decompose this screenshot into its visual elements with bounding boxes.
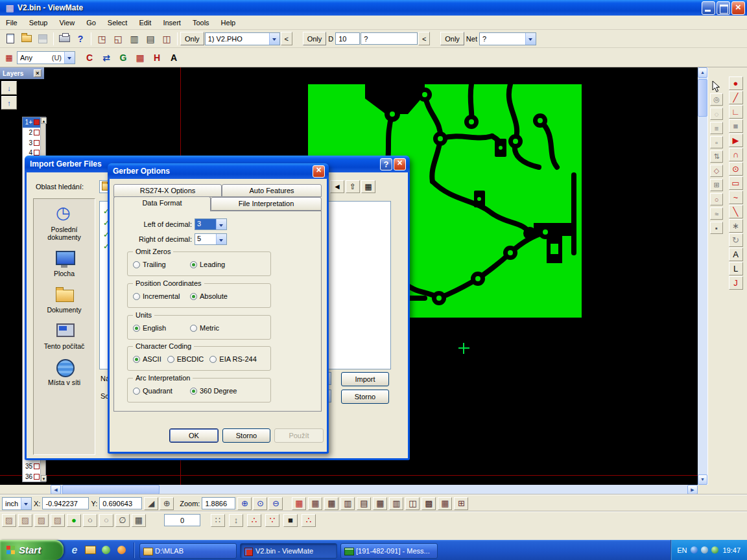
circle-thin-icon[interactable]: ○ bbox=[99, 514, 113, 527]
ie-icon[interactable] bbox=[69, 544, 80, 556]
radio-option[interactable]: Leading bbox=[190, 261, 225, 268]
zoom-out-icon[interactable]: ⊖ bbox=[268, 497, 283, 510]
close-button[interactable] bbox=[313, 165, 325, 178]
tab-auto-features[interactable]: Auto Features bbox=[222, 184, 322, 197]
circle-pad-tool-icon[interactable]: ⊙ bbox=[729, 162, 743, 176]
scroll-up-icon[interactable]: ▲ bbox=[698, 67, 707, 78]
line-tool-icon[interactable]: ╱ bbox=[729, 91, 743, 104]
unit-select[interactable]: inch bbox=[2, 497, 32, 510]
l-tool-icon[interactable]: L bbox=[729, 262, 743, 275]
radio-option[interactable]: Trailing bbox=[133, 261, 190, 268]
circle-outline-icon[interactable]: ○ bbox=[83, 514, 97, 527]
tab-rs274x-options[interactable]: RS274-X Options bbox=[113, 184, 222, 197]
report-table-icon[interactable]: ▦ bbox=[438, 497, 452, 510]
chevron-down-icon[interactable] bbox=[269, 33, 279, 45]
grid-dark-icon[interactable]: ▦ bbox=[308, 497, 322, 510]
slope-icon[interactable]: ◢ bbox=[144, 497, 158, 510]
dots-grid-icon[interactable]: ∷ bbox=[211, 514, 225, 527]
horizontal-scrollbar[interactable]: ◀ ▶ bbox=[51, 485, 698, 495]
scroll-up-icon[interactable]: ▲ bbox=[41, 117, 47, 124]
chevron-down-icon[interactable] bbox=[525, 33, 536, 45]
dot-icon[interactable]: ▪ bbox=[710, 222, 723, 234]
prev-dcode-button[interactable]: < bbox=[418, 32, 430, 45]
radio-option[interactable]: English bbox=[133, 324, 190, 332]
swap-vertical-icon[interactable]: ⇅ bbox=[710, 150, 723, 163]
grid-value-input[interactable]: 0 bbox=[164, 514, 200, 526]
dim-circle-icon[interactable]: ◌ bbox=[710, 108, 723, 120]
pattern-red-2-icon[interactable]: ∵ bbox=[265, 514, 279, 527]
menu-item[interactable]: Select bbox=[102, 17, 134, 29]
firefox-icon[interactable] bbox=[115, 544, 127, 556]
pencil-tool-icon[interactable]: ╲ bbox=[729, 205, 743, 218]
layer-color-chip[interactable] bbox=[34, 463, 40, 469]
fill-table-icon[interactable]: ▩ bbox=[421, 497, 436, 510]
task-messages[interactable]: [191-482-091] - Mess... bbox=[340, 543, 438, 559]
settings-tool-icon[interactable]: ∗ bbox=[729, 219, 743, 233]
radio-option[interactable]: Absolute bbox=[190, 292, 228, 300]
chevron-down-icon[interactable] bbox=[216, 219, 226, 229]
scroll-down-icon[interactable]: ▼ bbox=[41, 475, 47, 482]
hatch-4-icon[interactable]: ▨ bbox=[51, 514, 65, 527]
import-button[interactable]: Import bbox=[341, 372, 389, 386]
pattern-red-1-icon[interactable]: ∴ bbox=[247, 514, 261, 527]
only-net-toggle[interactable]: Only bbox=[440, 32, 464, 45]
layer-down-button[interactable]: ↓ bbox=[1, 81, 17, 95]
pad-tool-icon[interactable]: ● bbox=[729, 76, 743, 90]
back-button[interactable]: ◄ bbox=[330, 180, 344, 193]
g-tool-icon[interactable]: G bbox=[115, 51, 131, 65]
corner-tool-icon[interactable]: ∟ bbox=[729, 105, 743, 119]
hatch-3-icon[interactable]: ▨ bbox=[34, 514, 49, 527]
menu-item[interactable]: Edit bbox=[133, 17, 157, 29]
pattern-black-icon[interactable]: ■ bbox=[283, 514, 298, 527]
place-documents[interactable]: Dokumenty bbox=[35, 286, 93, 314]
h-tool-icon[interactable]: H bbox=[149, 51, 165, 65]
player-icon[interactable] bbox=[100, 544, 112, 556]
menu-item[interactable]: Help bbox=[215, 17, 242, 29]
place-desktop[interactable]: Plocha bbox=[35, 250, 93, 277]
folders-icon[interactable] bbox=[84, 544, 96, 556]
hook-tool-icon[interactable]: J bbox=[729, 276, 743, 290]
chevron-down-icon[interactable] bbox=[64, 52, 75, 64]
wave-icon[interactable]: ≈ bbox=[710, 207, 723, 220]
grid-red-icon[interactable]: ▦ bbox=[292, 497, 306, 510]
only-layer-toggle[interactable]: Only bbox=[180, 32, 204, 45]
arc-tool-icon[interactable]: ∩ bbox=[729, 148, 743, 161]
storno-button[interactable]: Storno bbox=[222, 428, 270, 443]
restore-button[interactable] bbox=[717, 1, 730, 15]
a-tool-icon[interactable]: A bbox=[166, 51, 182, 65]
hatch-1-icon[interactable]: ▨ bbox=[2, 514, 16, 527]
plus-box-icon[interactable]: ⊞ bbox=[710, 179, 723, 191]
radio-option[interactable]: Metric bbox=[190, 324, 219, 332]
select-all-icon[interactable]: ◱ bbox=[110, 32, 126, 46]
layer-color-chip[interactable] bbox=[34, 150, 40, 156]
radio-option[interactable]: Incremental bbox=[133, 292, 190, 300]
vertical-scrollbar[interactable]: ▲ ▼ bbox=[698, 67, 707, 485]
select-layer-icon[interactable]: ◫ bbox=[159, 32, 174, 46]
tab-data-format[interactable]: Data Format bbox=[113, 196, 211, 211]
layer-color-chip[interactable] bbox=[34, 119, 40, 125]
anchor-icon[interactable]: ↕ bbox=[229, 514, 243, 527]
up-folder-button[interactable]: ⇧ bbox=[346, 180, 360, 193]
highlight-icon[interactable]: ▥ bbox=[126, 32, 142, 46]
grid-small-icon[interactable]: ▦ bbox=[132, 514, 146, 527]
square-tool-icon[interactable]: ■ bbox=[729, 119, 743, 133]
rotate-tool-icon[interactable]: ↻ bbox=[729, 233, 743, 247]
language-indicator[interactable]: EN bbox=[677, 546, 687, 554]
green-dot-icon[interactable]: ● bbox=[67, 514, 81, 527]
diamond-icon[interactable]: ◇ bbox=[710, 165, 723, 177]
chevron-down-icon[interactable] bbox=[21, 498, 31, 509]
dcode-query-input[interactable]: ? bbox=[361, 32, 418, 45]
menu-item[interactable]: File bbox=[0, 17, 23, 29]
context-help-button[interactable]: ? bbox=[73, 32, 88, 46]
layer-up-button[interactable]: ↑ bbox=[1, 96, 17, 110]
list-icon[interactable]: ≡ bbox=[710, 122, 723, 134]
tab-file-interpretation[interactable]: File Interpretation bbox=[211, 197, 322, 211]
minimize-button[interactable] bbox=[702, 1, 715, 15]
radio-option[interactable]: ASCII bbox=[133, 355, 161, 363]
aperture-icon[interactable]: ▦ bbox=[3, 51, 16, 65]
close-icon[interactable]: × bbox=[34, 69, 42, 77]
tool-table-icon[interactable]: ▥ bbox=[340, 497, 355, 510]
horizontal-scroll-thumb[interactable] bbox=[62, 485, 160, 495]
y-coordinate-input[interactable]: 0.690643 bbox=[99, 497, 142, 509]
x-coordinate-input[interactable]: -0.942237 bbox=[42, 497, 89, 509]
